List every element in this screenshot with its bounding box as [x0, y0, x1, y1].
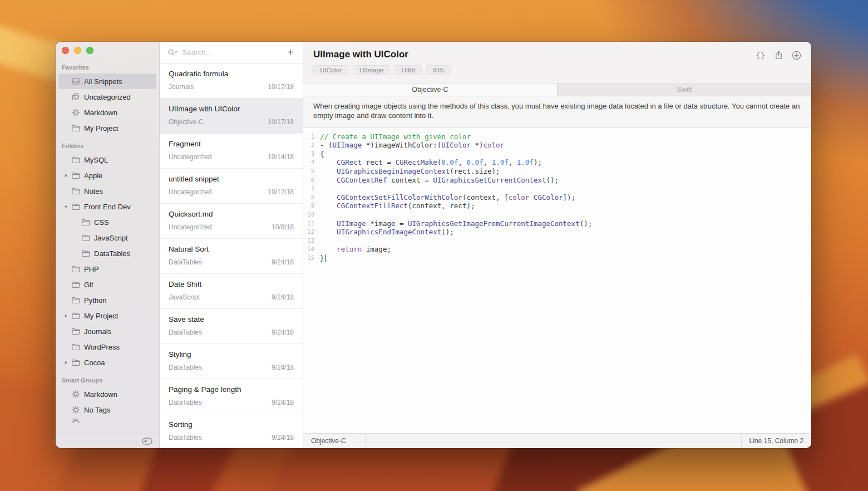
code-token: - ( [320, 141, 333, 149]
snippet-row-save-state[interactable]: Save stateDataTables9/24/18 [160, 309, 303, 344]
line-number: 14 [303, 245, 320, 254]
folder-icon [71, 342, 81, 351]
tag-uikit[interactable]: UIKit [394, 65, 422, 75]
snippet-rows: Quadratic formulaJournals10/17/18UIImage… [160, 63, 303, 448]
code-token: CGContextRef [337, 176, 387, 184]
code-line: 3{ [303, 150, 811, 159]
squares-icon [71, 92, 81, 101]
snippet-row-category: DataTables [169, 258, 202, 266]
line-number: 4 [303, 158, 320, 167]
snippet-row-natural-sort[interactable]: Natural SortDataTables9/24/18 [160, 239, 303, 274]
snippet-row-date: 9/24/18 [272, 328, 294, 336]
sidebar-item-cocoa[interactable]: Cocoa [58, 355, 156, 370]
code-token: } [320, 254, 324, 262]
sidebar-item-git[interactable]: Git [58, 277, 156, 292]
disclosure-collapsed-icon[interactable] [63, 360, 71, 365]
tab-swift[interactable]: Swift [557, 84, 811, 96]
share-icon[interactable] [774, 51, 783, 60]
snippet-row-paging-page-length[interactable]: Paging & Page lengthDataTables9/24/18 [160, 379, 303, 414]
sidebar-item-label: JavaScript [94, 234, 128, 242]
snippet-row-category: JavaScript [169, 293, 200, 301]
sidebar-item-no-tags[interactable]: No Tags [58, 402, 156, 418]
code-line: 7 [303, 184, 811, 193]
sidebar-item-mysql[interactable]: MySQL [58, 152, 156, 168]
snippet-row-title: Quicksort.md [169, 210, 294, 218]
sidebar-item-markdown[interactable]: Markdown [58, 105, 156, 120]
snippet-row-sorting[interactable]: SortingDataTables9/24/18 [160, 414, 303, 448]
snippet-row-date-shift[interactable]: Date ShiftJavaScript9/24/18 [160, 274, 303, 309]
snippet-row-styling[interactable]: StylingDataTables9/24/18 [160, 344, 303, 379]
text-cursor [326, 254, 327, 262]
code-token: // Create a UIImage with given color [320, 132, 471, 141]
language-selector[interactable]: Objective-C [303, 434, 366, 448]
code-token: CGContextFillRect [337, 202, 408, 210]
disclosure-expanded-icon[interactable] [63, 204, 71, 209]
sidebar-item-wordpress[interactable]: WordPress [58, 339, 156, 355]
add-snippet-button[interactable]: + [286, 47, 295, 58]
code-token [320, 158, 337, 166]
snippet-row-title: Natural Sort [169, 245, 294, 253]
tab-objective-c[interactable]: Objective-C [303, 84, 557, 96]
disclosure-collapsed-icon[interactable] [63, 313, 71, 318]
search-input[interactable] [182, 48, 286, 57]
snippet-row-quadratic-formula[interactable]: Quadratic formulaJournals10/17/18 [160, 63, 303, 99]
code-token: UIGraphicsGetCurrentContext [433, 176, 546, 184]
sidebar-item-javascript[interactable]: JavaScript [58, 230, 156, 246]
code-token: , [458, 158, 466, 166]
snippet-row-uiimage-with-uicolor[interactable]: UIImage with UIColorObjective-C10/17/18 [160, 99, 303, 134]
add-circle-icon[interactable] [792, 51, 801, 60]
app-window: FavoritesAll SnippetsUncategorizedMarkdo… [56, 42, 811, 448]
line-number: 15 [303, 254, 320, 263]
tag-uiimage[interactable]: UIImage [353, 65, 390, 75]
folder-icon [81, 218, 91, 227]
code-line: 4 CGRect rect = CGRectMake(0.0f, 0.0f, 1… [303, 158, 811, 167]
code-token [320, 167, 337, 175]
sidebar-item-php[interactable]: PHP [58, 261, 156, 277]
snippet-row-fragment[interactable]: FragmentUncategorized10/14/18 [160, 134, 303, 169]
close-window-button[interactable] [62, 47, 69, 54]
line-number: 10 [303, 210, 320, 219]
snippet-row-category: Uncategorized [169, 188, 211, 196]
folder-icon [71, 186, 81, 195]
sidebar-toggle-icon[interactable] [142, 438, 152, 445]
sidebar-item-front-end-dev[interactable]: Front End Dev [58, 199, 156, 214]
sidebar-item-notes[interactable]: Notes [58, 183, 156, 199]
search-icon[interactable] [167, 48, 178, 57]
sidebar: FavoritesAll SnippetsUncategorizedMarkdo… [56, 42, 160, 448]
snippet-row-untitled-snippet[interactable]: untitled snippetUncategorized10/12/18 [160, 169, 303, 204]
code-token: context = [387, 176, 433, 184]
snippet-row-quicksort-md[interactable]: Quicksort.mdUncategorized10/8/18 [160, 204, 303, 239]
code-token: CGContextSetFillColorWithColor [337, 193, 462, 202]
sidebar-item-python[interactable]: Python [58, 292, 156, 308]
sidebar-item-my-project[interactable]: My Project [58, 308, 156, 323]
snippet-row-meta: DataTables9/24/18 [169, 399, 294, 406]
zoom-window-button[interactable] [86, 47, 93, 54]
line-number: 3 [303, 150, 320, 159]
line-number: 9 [303, 202, 320, 210]
sidebar-item-css[interactable]: CSS [58, 214, 156, 230]
sidebar-item-journals[interactable]: Journals [58, 323, 156, 339]
sidebar-item-item[interactable] [58, 418, 156, 423]
sidebar-item-apple[interactable]: Apple [58, 168, 156, 183]
sidebar-item-my-project[interactable]: My Project [58, 120, 156, 136]
code-editor[interactable]: 1// Create a UIImage with given color2- … [303, 128, 811, 433]
sidebar-item-label: Git [84, 281, 93, 289]
code-format-icon[interactable]: {} [756, 51, 766, 60]
snippet-row-meta: Uncategorized10/12/18 [169, 188, 294, 196]
snippet-row-meta: Journals10/17/18 [169, 83, 294, 91]
sidebar-item-uncategorized[interactable]: Uncategorized [58, 89, 156, 105]
sidebar-item-all-snippets[interactable]: All Snippets [58, 73, 156, 89]
sidebar-item-label: PHP [84, 265, 99, 273]
folder-icon [71, 358, 81, 367]
cursor-position: Line 15, Column 2 [741, 434, 811, 448]
sidebar-item-markdown[interactable]: Markdown [58, 386, 156, 402]
code-token [320, 202, 337, 210]
snippet-row-date: 9/24/18 [272, 293, 294, 301]
sidebar-item-datatables[interactable]: DataTables [58, 246, 156, 261]
tag-uicolor[interactable]: UIColor [313, 65, 348, 75]
code-token: 0.0f [466, 158, 483, 166]
minimize-window-button[interactable] [74, 47, 81, 54]
tag-ios[interactable]: iOS [426, 65, 450, 75]
search-bar: + [160, 42, 303, 63]
disclosure-collapsed-icon[interactable] [63, 173, 71, 178]
